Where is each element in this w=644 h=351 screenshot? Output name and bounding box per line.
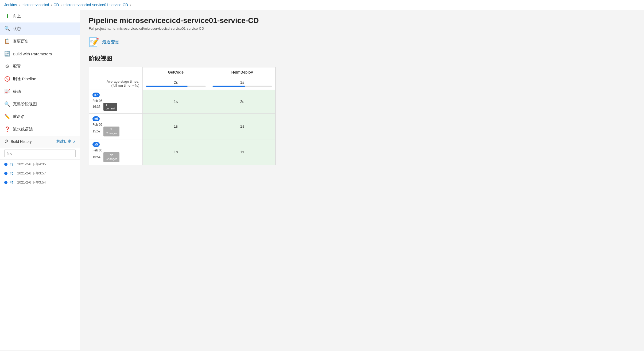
sidebar-item-label-move: 移动: [13, 89, 21, 94]
build-date-6: 2021-2-6 下午3:57: [17, 171, 46, 176]
build-badge-5: #5: [92, 142, 100, 147]
build-list-item-5[interactable]: #5 2021-2-6 下午3:54: [0, 178, 80, 187]
avg-row: Average stage times: (full run time: ~4s…: [89, 77, 276, 90]
build-status-dot-6: [4, 172, 7, 175]
sidebar-item-label-up: 向上: [13, 14, 21, 19]
build-history-icon: ⏱: [4, 139, 9, 144]
sidebar-item-config[interactable]: ⚙ 配置: [0, 60, 80, 73]
breadcrumb-sep-2: ›: [51, 3, 52, 7]
build-date-text-5: Feb 06: [92, 148, 102, 152]
avg-bar-container-getcode: [146, 86, 206, 87]
sidebar-item-rename[interactable]: ✏️ 重命名: [0, 110, 80, 123]
main-layout: ⬆ 向上 🔍 状态 📋 变更历史 🔄 Build with Parameters…: [0, 10, 644, 350]
recent-changes-icon: 📝: [89, 37, 99, 47]
build-row-5: #5 Feb 06 15:54 NoChanges 1s 1s: [89, 139, 276, 165]
avg-time-getcode: 2s: [146, 80, 206, 85]
stage-cell-7-helmdeploy[interactable]: 2s: [209, 90, 276, 114]
build-row-7: #7 Feb 06 16:35 1commit 1s 2s: [89, 90, 276, 114]
build-link-7[interactable]: #7: [10, 162, 13, 166]
main-content: Pipeline microservicecicd-service01-serv…: [80, 10, 644, 350]
sidebar-item-move[interactable]: 📈 移动: [0, 85, 80, 98]
avg-bar-getcode: [146, 86, 188, 87]
build-link-6[interactable]: #6: [10, 171, 13, 176]
sidebar-item-label-rename: 重命名: [13, 114, 25, 119]
avg-cell-getcode: 2s: [143, 77, 209, 90]
search-icon-status: 🔍: [4, 26, 10, 32]
page-subtitle: Full project name: microservicecicd/micr…: [89, 26, 635, 30]
help-icon: ❓: [4, 126, 10, 132]
stage-view-section: 阶段视图 GetCode HelmDeploy: [89, 55, 635, 165]
build-list-item-6[interactable]: #6 2021-2-6 下午3:57: [0, 169, 80, 178]
build-status-dot-7: [4, 163, 7, 166]
build-time-5: 15:54: [92, 155, 100, 159]
build-history-section: ⏱ Build History 构建历史 ∧ #7 2021-2-6 下午4:3…: [0, 136, 80, 187]
breadcrumb-sep-1: ›: [18, 3, 20, 7]
avg-label-cell: Average stage times: (full run time: ~4s…: [89, 77, 143, 90]
stage-header-getcode: GetCode: [143, 67, 209, 77]
changes-icon: 📋: [4, 38, 10, 44]
no-changes-badge-6: NoChanges: [103, 127, 119, 136]
sidebar-item-label-build-params: Build with Parameters: [13, 52, 52, 56]
avg-time-helmdeploy: 1s: [212, 80, 272, 85]
breadcrumb-sep-4: ›: [130, 3, 131, 7]
stage-cell-6-helmdeploy[interactable]: 1s: [209, 114, 276, 139]
avg-bar-container-helmdeploy: [212, 86, 272, 87]
breadcrumb-sep-3: ›: [61, 3, 62, 7]
build-list-item-7[interactable]: #7 2021-2-6 下午4:35: [0, 160, 80, 169]
stage-table: GetCode HelmDeploy Average stage times: …: [89, 67, 276, 165]
sidebar-item-up[interactable]: ⬆ 向上: [0, 10, 80, 22]
sidebar-item-delete-pipeline[interactable]: 🚫 删除 Pipeline: [0, 73, 80, 85]
sidebar-item-label-pipeline-syntax: 流水线语法: [13, 127, 33, 132]
stage-cell-6-getcode[interactable]: 1s: [143, 114, 209, 139]
build-date-6: Feb 06 15:57: [92, 123, 102, 133]
no-changes-badge-5: NoChanges: [103, 152, 119, 162]
stage-cell-7-getcode[interactable]: 1s: [143, 90, 209, 114]
breadcrumb-pipeline[interactable]: microservicecicd-service01-service-CD: [63, 3, 128, 7]
build-params-icon: 🔄: [4, 51, 10, 57]
sidebar-item-build-params[interactable]: 🔄 Build with Parameters: [0, 48, 80, 60]
sidebar-item-status[interactable]: 🔍 状态: [0, 22, 80, 35]
move-icon: 📈: [4, 89, 10, 94]
sidebar-item-label-config: 配置: [13, 64, 21, 69]
build-info-7: #7 Feb 06 16:35 1commit: [89, 90, 143, 114]
sidebar-item-label-full-stage: 完整阶段视图: [13, 102, 37, 107]
build-history-search[interactable]: [4, 150, 76, 157]
recent-changes: 📝 最近变更: [89, 37, 635, 47]
build-info-6: #6 Feb 06 15:57 NoChanges: [89, 114, 143, 139]
sidebar-item-pipeline-syntax[interactable]: ❓ 流水线语法: [0, 123, 80, 136]
build-history-left: ⏱ Build History: [4, 139, 32, 144]
build-history-right: 构建历史 ∧: [56, 139, 76, 144]
stage-header-empty: [89, 67, 143, 77]
stage-view-title: 阶段视图: [89, 55, 635, 63]
avg-label-line1: Average stage times:: [107, 79, 139, 83]
build-date-5: Feb 06 15:54: [92, 148, 102, 159]
stage-cell-5-helmdeploy[interactable]: 1s: [209, 139, 276, 165]
avg-bar-helmdeploy: [212, 86, 245, 87]
build-date-text-6: Feb 06: [92, 123, 102, 127]
breadcrumb-cd[interactable]: CD: [53, 3, 59, 7]
build-date-7: 2021-2-6 下午4:35: [17, 162, 46, 167]
build-time-6: 15:57: [92, 129, 100, 133]
build-history-search-row: [0, 147, 80, 160]
build-time-7: 16:35: [92, 105, 100, 109]
build-history-header[interactable]: ⏱ Build History 构建历史 ∧: [0, 136, 80, 147]
build-date-7: Feb 06 16:35: [92, 99, 102, 109]
build-badge-6: #6: [92, 116, 100, 121]
build-link-5[interactable]: #5: [10, 181, 13, 185]
build-status-dot-5: [4, 181, 7, 184]
full-stage-icon: 🔍: [4, 101, 10, 107]
stage-cell-5-getcode[interactable]: 1s: [143, 139, 209, 165]
breadcrumb: Jenkins › microservicecicd › CD › micros…: [0, 0, 644, 10]
sidebar-item-full-stage[interactable]: 🔍 完整阶段视图: [0, 98, 80, 110]
rename-icon: ✏️: [4, 114, 10, 120]
breadcrumb-microservicecicd[interactable]: microservicecicd: [21, 3, 49, 7]
avg-label-full: full: [112, 83, 117, 87]
avg-label-line2-rest: run time: ~4s: [118, 83, 138, 87]
delete-icon: 🚫: [4, 76, 10, 82]
sidebar-item-label-delete: 删除 Pipeline: [13, 77, 36, 82]
breadcrumb-jenkins[interactable]: Jenkins: [4, 3, 17, 7]
build-info-5: #5 Feb 06 15:54 NoChanges: [89, 139, 143, 165]
stage-table-wrapper: GetCode HelmDeploy Average stage times: …: [89, 67, 276, 165]
sidebar-item-changes[interactable]: 📋 变更历史: [0, 35, 80, 48]
recent-changes-link[interactable]: 最近变更: [102, 39, 119, 45]
